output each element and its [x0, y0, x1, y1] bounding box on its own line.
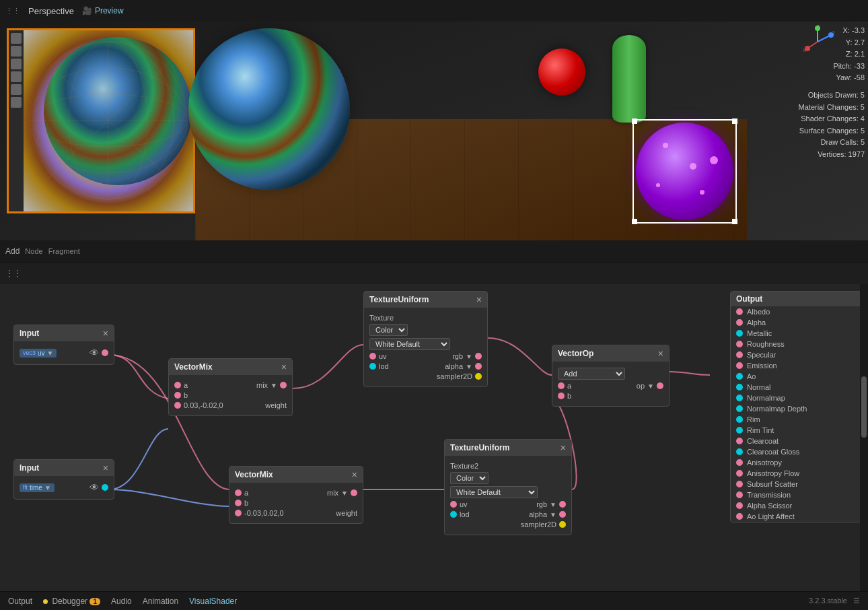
output-port-specular [736, 351, 743, 358]
preview-button[interactable]: 🎥 Preview [82, 6, 124, 15]
output-label-subsurf-scatter: Subsurf Scatter [747, 480, 798, 488]
eye-toggle2[interactable]: 👁 [89, 482, 99, 493]
vectormix2-close[interactable]: × [352, 469, 357, 480]
node-input2-close[interactable]: × [103, 463, 108, 473]
red-sphere [538, 48, 585, 96]
earth-sphere [188, 28, 350, 190]
output-port-normalmap [736, 395, 743, 401]
output-port-clearcoat-gloss [736, 448, 743, 455]
stat-objects: Objects Drawn: 5 [799, 90, 865, 102]
output-label-anisotropy-flow: Anisotropy Flow [747, 469, 799, 477]
handle-bl [632, 219, 637, 224]
cursor-icon[interactable] [11, 33, 22, 44]
node-vectormix2: VectorMix × a mix ▼ [229, 466, 363, 524]
drag-handle: ⋮⋮ [5, 7, 20, 15]
snap-icon[interactable] [11, 84, 22, 95]
output-port-anisotropy-flow [736, 470, 743, 477]
input2-badge: flt time ▼ [20, 483, 55, 492]
right-scrollbar[interactable] [860, 284, 868, 591]
texture2-color-select[interactable]: Color [450, 472, 489, 484]
texture2-header: TextureUniform × [445, 440, 571, 456]
debugger-dot [43, 599, 48, 604]
texture2-default-select[interactable]: White Default [450, 486, 538, 498]
move-icon[interactable] [11, 46, 22, 57]
output-label-alpha-scissor: Alpha Scissor [747, 502, 792, 510]
stat-yaw: Yaw: -58 [799, 72, 865, 84]
tex2-uv-in [450, 501, 457, 508]
texture1-default-select[interactable]: White Default [369, 338, 450, 350]
node-input2-body: flt time ▼ 👁 [14, 476, 114, 499]
output-label-alpha: Alpha [747, 318, 766, 327]
rotate-icon[interactable] [11, 59, 22, 69]
viewport-bottom-bar: Add Node Fragment [0, 240, 868, 262]
output-port-anisotropy [736, 459, 743, 466]
gizmo: Z Y X [801, 25, 834, 59]
vm2-mix-out [351, 489, 357, 496]
node-input1-close[interactable]: × [103, 328, 108, 339]
editor-drag-handle: ⋮⋮ [5, 269, 22, 278]
texture1-close[interactable]: × [476, 294, 482, 305]
output-row-alpha: Alpha [731, 317, 861, 328]
texture2-body: Texture2 Color White Default uv [445, 456, 571, 535]
output-panel-header: Output [731, 292, 861, 306]
output-label-albedo: Albedo [747, 308, 770, 316]
eye-toggle[interactable]: 👁 [89, 347, 99, 358]
output-port-emission [736, 362, 743, 369]
output-label-normal: Normal [747, 383, 770, 391]
output-row-rim: Rim [731, 414, 861, 425]
output-label-rim-tint: Rim Tint [747, 426, 774, 434]
output-row-transmission: Transmission [731, 489, 861, 500]
vectormix1-close[interactable]: × [281, 362, 287, 372]
stat-surfaces: Surface Changes: 5 [799, 125, 865, 137]
output-port-normalmap-depth [736, 405, 743, 412]
audio-tab[interactable]: Audio [111, 597, 132, 606]
output-tab[interactable]: Output [8, 597, 32, 606]
input1-out-port [102, 349, 108, 356]
vectormix2-header: VectorMix × [229, 467, 363, 483]
output-row-subsurf-scatter: Subsurf Scatter [731, 479, 861, 489]
input1-badge: vec3 uv ▼ [20, 349, 57, 358]
vectorop-op-select[interactable]: Add [558, 368, 625, 380]
vectorop-close[interactable]: × [658, 348, 663, 359]
texture1-body: Texture Color White Default uv [364, 308, 487, 386]
output-row-metallic: Metallic [731, 328, 861, 339]
bottom-bar: Output Debugger 1 Audio Animation Visual… [0, 591, 868, 610]
scrollbar-thumb[interactable] [861, 376, 867, 438]
tex2-alpha-out [559, 511, 566, 518]
viewport-scene: X: -3.3 Y: 2.7 Z: 2.1 Pitch: -33 Yaw: -5… [0, 22, 868, 240]
node-input1-body: vec3 uv ▼ 👁 [14, 341, 114, 364]
vop-out [657, 382, 663, 389]
output-label-emission: Emission [747, 362, 777, 370]
tex2-sampler-out [559, 521, 566, 528]
selection-box [632, 119, 737, 224]
texture1-color-select[interactable]: Color [369, 324, 408, 336]
animation-tab[interactable]: Animation [143, 597, 178, 606]
vm1-b-in [174, 392, 181, 399]
texture2-close[interactable]: × [560, 442, 566, 453]
scale-icon[interactable] [11, 71, 22, 82]
output-rows: AlbedoAlphaMetallicRoughnessSpecularEmis… [731, 306, 861, 522]
output-label-ao: Ao [747, 372, 756, 380]
output-row-ao-light-affect: Ao Light Affect [731, 511, 861, 522]
tex1-rgb-out [475, 353, 482, 360]
output-row-roughness: Roughness [731, 339, 861, 349]
vectorop-header: VectorOp × [552, 345, 669, 362]
node-texture1: TextureUniform × Texture Color White Def… [363, 291, 488, 387]
output-row-anisotropy-flow: Anisotropy Flow [731, 468, 861, 479]
vm2-b-in [235, 500, 242, 506]
visual-shader-tab[interactable]: VisualShader [189, 597, 237, 606]
debugger-tab[interactable]: Debugger 1 [43, 597, 100, 606]
vectormix1-header: VectorMix × [169, 359, 292, 375]
stat-materials: Material Changes: 5 [799, 102, 865, 114]
output-port-roughness [736, 341, 743, 347]
node-editor-top-bar: ⋮⋮ [0, 263, 868, 284]
output-port-metallic [736, 330, 743, 337]
view-icon[interactable] [11, 97, 22, 108]
gizmo-svg: Z Y X [801, 25, 834, 59]
output-label-clearcoat: Clearcoat [747, 437, 779, 445]
vectormix2-body: a mix ▼ b - [229, 483, 363, 523]
node-vectormix1: VectorMix × a mix ▼ [168, 358, 293, 416]
node-input1-header: Input × [14, 325, 114, 341]
add-button[interactable]: Add [5, 246, 20, 256]
output-row-rim-tint: Rim Tint [731, 425, 861, 436]
